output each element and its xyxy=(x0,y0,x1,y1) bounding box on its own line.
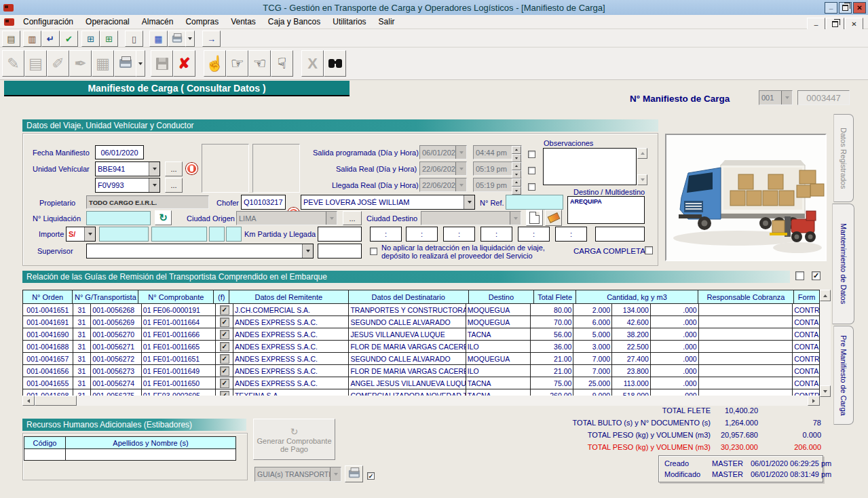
propietario-field[interactable]: TODO CARGO E.I.R.L. xyxy=(86,195,209,209)
menu-operacional[interactable]: Operacional xyxy=(79,16,136,28)
print-small-icon[interactable] xyxy=(168,31,186,47)
scroll-up-icon[interactable] xyxy=(637,148,647,159)
grid-tree2-icon[interactable]: ⊞ xyxy=(100,31,118,47)
row-checkbox[interactable]: ✓ xyxy=(220,318,229,327)
table-row[interactable]: 001-004169131001-005626901 FE01-0011664✓… xyxy=(23,316,819,328)
guides-hscrollbar[interactable] xyxy=(22,396,820,406)
salida-real-time[interactable]: 05:19 pm xyxy=(473,161,522,176)
guides-all-checkbox[interactable]: ✓ xyxy=(812,271,820,280)
scroll-down-icon[interactable] xyxy=(637,174,647,185)
print-guia-checkbox[interactable]: ✓ xyxy=(367,472,375,480)
observaciones-scrollbar[interactable] xyxy=(637,148,647,185)
row-checkbox[interactable]: ✓ xyxy=(220,366,229,376)
manifest-series-select[interactable]: 001 xyxy=(759,90,793,105)
manifest-number-field[interactable]: 0003447 xyxy=(797,90,850,105)
importe-field-1[interactable] xyxy=(99,227,149,242)
edit-record-icon[interactable]: ✐ xyxy=(47,50,69,77)
columns-icon[interactable]: ▯ xyxy=(125,31,143,47)
row-checkbox[interactable]: ✓ xyxy=(220,342,229,351)
menu-almacen[interactable]: Almacén xyxy=(136,16,180,28)
supervisor-extra-field[interactable] xyxy=(318,244,362,258)
annul-record-icon[interactable]: ✒ xyxy=(69,50,92,77)
scroll-up-icon[interactable] xyxy=(820,290,831,301)
print-options-chevron-icon[interactable] xyxy=(185,31,195,47)
new-record-icon[interactable]: ✎ xyxy=(2,50,24,77)
col-comprobante[interactable]: N° Comprobante xyxy=(138,290,214,303)
time-spinner[interactable] xyxy=(512,178,521,191)
tab-pre-manifiesto[interactable]: Pre Manifiesto de Carga xyxy=(833,326,854,425)
menu-utilitarios[interactable]: Utilitarios xyxy=(326,16,372,28)
importe-field-2[interactable] xyxy=(151,227,207,242)
km-field-5[interactable]: : xyxy=(480,227,512,242)
export-excel-icon[interactable]: X xyxy=(301,50,324,77)
table-row[interactable]: 001-004168831001-005627101 FE01-0011665✓… xyxy=(23,341,819,353)
carreta-select[interactable]: F0V993 xyxy=(95,178,160,193)
scroll-down-icon[interactable] xyxy=(820,385,831,397)
ciudad-origen-select[interactable]: LIMA xyxy=(236,211,337,225)
time-spinner[interactable] xyxy=(512,162,521,175)
report-icon[interactable]: ▥ xyxy=(23,31,41,47)
row-checkbox[interactable]: ✓ xyxy=(220,379,229,388)
guides-vscrollbar[interactable] xyxy=(820,290,831,396)
new-destination-icon[interactable] xyxy=(526,210,543,226)
km-field-8[interactable] xyxy=(595,227,645,242)
mdi-restore-icon[interactable] xyxy=(826,18,844,30)
refresh-icon[interactable]: ↻ xyxy=(155,210,172,225)
menu-ventas[interactable]: Ventas xyxy=(225,16,262,28)
minimize-icon[interactable]: _ xyxy=(825,2,837,14)
guides-filter-checkbox[interactable] xyxy=(795,271,804,280)
print-doc-chevron-icon[interactable] xyxy=(136,50,145,77)
generar-comprobante-button[interactable]: ↻ Generar Comprobante de Pago xyxy=(253,419,335,460)
llegada-real-checkbox[interactable] xyxy=(528,183,535,191)
next-record-icon[interactable]: ☞ xyxy=(226,50,248,77)
carreta-browse-button[interactable]: ... xyxy=(165,178,183,193)
col-destino[interactable]: Destino xyxy=(469,290,534,303)
table-row[interactable]: 001-004165631001-005627301 FE01-0011649✓… xyxy=(23,365,819,377)
salida-programada-checkbox[interactable] xyxy=(528,151,535,158)
km-field-6[interactable]: : xyxy=(518,227,550,242)
ciudad-browse-button[interactable]: ... xyxy=(343,211,362,225)
scrollbar-thumb[interactable] xyxy=(35,396,77,406)
nref-field[interactable] xyxy=(506,195,563,210)
menu-caja-bancos[interactable]: Caja y Bancos xyxy=(262,16,326,28)
row-checkbox[interactable]: ✓ xyxy=(220,354,229,364)
col-flete[interactable]: Total Flete xyxy=(534,290,576,303)
importe-field-3[interactable] xyxy=(209,227,225,242)
liquidacion-field[interactable] xyxy=(86,211,151,225)
last-record-icon[interactable]: ☟ xyxy=(271,50,293,77)
print-doc-icon[interactable] xyxy=(114,50,136,77)
chofer-code-field[interactable]: Q10103217 xyxy=(241,195,286,210)
unidad-vehicular-select[interactable]: BBE941 xyxy=(95,161,160,176)
importe-field-4[interactable] xyxy=(226,227,242,242)
delete-icon[interactable]: ✘ xyxy=(173,50,195,77)
save-icon[interactable] xyxy=(151,50,173,77)
calculator-icon[interactable]: ▦ xyxy=(149,31,168,47)
km-field-1[interactable] xyxy=(318,227,362,242)
carga-completa-checkbox[interactable] xyxy=(645,246,653,254)
close-icon[interactable]: ✕ xyxy=(853,2,866,14)
km-field-2[interactable]: : xyxy=(370,227,402,242)
col-nombres[interactable]: Apellidos y Nombre (s) xyxy=(66,437,235,448)
salida-programada-time[interactable]: 04:44 pm xyxy=(473,145,522,159)
col-gtransportista[interactable]: N° G/Transportista xyxy=(73,290,138,303)
validate-icon[interactable]: ✔ xyxy=(60,31,78,47)
tab-mantenimiento-datos[interactable]: Mantenimiento de Datos xyxy=(832,204,854,324)
llegada-real-time[interactable]: 05:19 pm xyxy=(473,178,522,192)
unidad-browse-button[interactable]: ... xyxy=(165,161,183,176)
multidestino-box[interactable]: AREQUIPA xyxy=(567,196,645,224)
mdi-minimize-icon[interactable]: _ xyxy=(807,18,825,30)
menu-compras[interactable]: Compras xyxy=(179,16,225,28)
row-checkbox[interactable]: ✓ xyxy=(220,330,229,339)
exit-icon[interactable]: → xyxy=(202,31,221,47)
observaciones-textarea[interactable] xyxy=(543,148,637,185)
grid-tree-icon[interactable]: ⊞ xyxy=(81,31,100,47)
print-guia-icon[interactable] xyxy=(345,465,363,482)
salida-real-date[interactable]: 22/06/2020 xyxy=(419,161,467,176)
ciudad-destino-select[interactable] xyxy=(421,211,521,225)
table-row[interactable]: 001-004165131001-005626801 FE06-0000191✓… xyxy=(23,304,819,316)
col-cantidad[interactable]: Cantidad, kg y m3 xyxy=(576,290,698,303)
exit-form-icon[interactable]: ▤ xyxy=(2,31,20,47)
restore-icon[interactable] xyxy=(839,2,852,14)
col-f[interactable]: (f) xyxy=(214,290,229,303)
col-forma[interactable]: Form xyxy=(794,290,819,303)
